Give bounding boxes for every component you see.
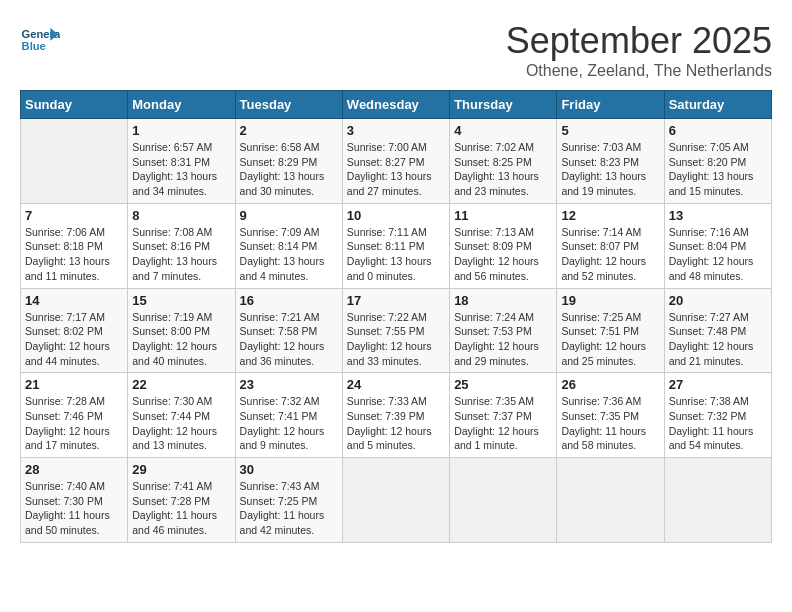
- day-number: 27: [669, 377, 767, 392]
- day-number: 24: [347, 377, 445, 392]
- calendar-cell: 7Sunrise: 7:06 AM Sunset: 8:18 PM Daylig…: [21, 203, 128, 288]
- day-number: 30: [240, 462, 338, 477]
- day-info: Sunrise: 7:27 AM Sunset: 7:48 PM Dayligh…: [669, 310, 767, 369]
- day-info: Sunrise: 7:16 AM Sunset: 8:04 PM Dayligh…: [669, 225, 767, 284]
- location-subtitle: Othene, Zeeland, The Netherlands: [506, 62, 772, 80]
- day-number: 22: [132, 377, 230, 392]
- day-number: 28: [25, 462, 123, 477]
- calendar-cell: 13Sunrise: 7:16 AM Sunset: 8:04 PM Dayli…: [664, 203, 771, 288]
- day-info: Sunrise: 7:24 AM Sunset: 7:53 PM Dayligh…: [454, 310, 552, 369]
- day-number: 13: [669, 208, 767, 223]
- day-info: Sunrise: 7:38 AM Sunset: 7:32 PM Dayligh…: [669, 394, 767, 453]
- day-info: Sunrise: 7:36 AM Sunset: 7:35 PM Dayligh…: [561, 394, 659, 453]
- day-info: Sunrise: 7:32 AM Sunset: 7:41 PM Dayligh…: [240, 394, 338, 453]
- logo-icon: General Blue: [20, 20, 60, 60]
- calendar-cell: 11Sunrise: 7:13 AM Sunset: 8:09 PM Dayli…: [450, 203, 557, 288]
- day-header-saturday: Saturday: [664, 91, 771, 119]
- day-info: Sunrise: 7:28 AM Sunset: 7:46 PM Dayligh…: [25, 394, 123, 453]
- calendar-cell: 24Sunrise: 7:33 AM Sunset: 7:39 PM Dayli…: [342, 373, 449, 458]
- calendar-cell: 5Sunrise: 7:03 AM Sunset: 8:23 PM Daylig…: [557, 119, 664, 204]
- calendar-cell: [21, 119, 128, 204]
- day-number: 3: [347, 123, 445, 138]
- day-number: 5: [561, 123, 659, 138]
- calendar-cell: 26Sunrise: 7:36 AM Sunset: 7:35 PM Dayli…: [557, 373, 664, 458]
- day-number: 4: [454, 123, 552, 138]
- page-header: General Blue September 2025 Othene, Zeel…: [20, 20, 772, 80]
- day-number: 18: [454, 293, 552, 308]
- day-header-wednesday: Wednesday: [342, 91, 449, 119]
- calendar-cell: [664, 458, 771, 543]
- day-info: Sunrise: 7:22 AM Sunset: 7:55 PM Dayligh…: [347, 310, 445, 369]
- day-info: Sunrise: 7:13 AM Sunset: 8:09 PM Dayligh…: [454, 225, 552, 284]
- day-number: 10: [347, 208, 445, 223]
- calendar-table: SundayMondayTuesdayWednesdayThursdayFrid…: [20, 90, 772, 543]
- day-number: 8: [132, 208, 230, 223]
- calendar-cell: 16Sunrise: 7:21 AM Sunset: 7:58 PM Dayli…: [235, 288, 342, 373]
- logo: General Blue: [20, 20, 64, 60]
- day-header-friday: Friday: [557, 91, 664, 119]
- day-number: 2: [240, 123, 338, 138]
- day-header-sunday: Sunday: [21, 91, 128, 119]
- calendar-cell: 18Sunrise: 7:24 AM Sunset: 7:53 PM Dayli…: [450, 288, 557, 373]
- calendar-cell: 20Sunrise: 7:27 AM Sunset: 7:48 PM Dayli…: [664, 288, 771, 373]
- day-number: 25: [454, 377, 552, 392]
- calendar-cell: 14Sunrise: 7:17 AM Sunset: 8:02 PM Dayli…: [21, 288, 128, 373]
- calendar-cell: 1Sunrise: 6:57 AM Sunset: 8:31 PM Daylig…: [128, 119, 235, 204]
- day-info: Sunrise: 7:33 AM Sunset: 7:39 PM Dayligh…: [347, 394, 445, 453]
- calendar-cell: 9Sunrise: 7:09 AM Sunset: 8:14 PM Daylig…: [235, 203, 342, 288]
- day-number: 17: [347, 293, 445, 308]
- day-number: 1: [132, 123, 230, 138]
- calendar-cell: 19Sunrise: 7:25 AM Sunset: 7:51 PM Dayli…: [557, 288, 664, 373]
- calendar-cell: 22Sunrise: 7:30 AM Sunset: 7:44 PM Dayli…: [128, 373, 235, 458]
- day-header-thursday: Thursday: [450, 91, 557, 119]
- calendar-cell: 2Sunrise: 6:58 AM Sunset: 8:29 PM Daylig…: [235, 119, 342, 204]
- calendar-cell: 15Sunrise: 7:19 AM Sunset: 8:00 PM Dayli…: [128, 288, 235, 373]
- svg-text:Blue: Blue: [22, 40, 46, 52]
- week-row-4: 21Sunrise: 7:28 AM Sunset: 7:46 PM Dayli…: [21, 373, 772, 458]
- day-info: Sunrise: 6:58 AM Sunset: 8:29 PM Dayligh…: [240, 140, 338, 199]
- day-info: Sunrise: 7:21 AM Sunset: 7:58 PM Dayligh…: [240, 310, 338, 369]
- calendar-cell: 12Sunrise: 7:14 AM Sunset: 8:07 PM Dayli…: [557, 203, 664, 288]
- day-number: 21: [25, 377, 123, 392]
- calendar-cell: 30Sunrise: 7:43 AM Sunset: 7:25 PM Dayli…: [235, 458, 342, 543]
- day-number: 7: [25, 208, 123, 223]
- calendar-cell: 29Sunrise: 7:41 AM Sunset: 7:28 PM Dayli…: [128, 458, 235, 543]
- day-info: Sunrise: 7:17 AM Sunset: 8:02 PM Dayligh…: [25, 310, 123, 369]
- day-info: Sunrise: 7:11 AM Sunset: 8:11 PM Dayligh…: [347, 225, 445, 284]
- day-info: Sunrise: 7:25 AM Sunset: 7:51 PM Dayligh…: [561, 310, 659, 369]
- day-number: 11: [454, 208, 552, 223]
- day-number: 6: [669, 123, 767, 138]
- day-info: Sunrise: 7:05 AM Sunset: 8:20 PM Dayligh…: [669, 140, 767, 199]
- calendar-cell: 10Sunrise: 7:11 AM Sunset: 8:11 PM Dayli…: [342, 203, 449, 288]
- day-number: 14: [25, 293, 123, 308]
- day-info: Sunrise: 7:30 AM Sunset: 7:44 PM Dayligh…: [132, 394, 230, 453]
- day-info: Sunrise: 7:02 AM Sunset: 8:25 PM Dayligh…: [454, 140, 552, 199]
- day-info: Sunrise: 7:41 AM Sunset: 7:28 PM Dayligh…: [132, 479, 230, 538]
- month-title: September 2025: [506, 20, 772, 62]
- week-row-2: 7Sunrise: 7:06 AM Sunset: 8:18 PM Daylig…: [21, 203, 772, 288]
- week-row-3: 14Sunrise: 7:17 AM Sunset: 8:02 PM Dayli…: [21, 288, 772, 373]
- week-row-1: 1Sunrise: 6:57 AM Sunset: 8:31 PM Daylig…: [21, 119, 772, 204]
- day-info: Sunrise: 7:03 AM Sunset: 8:23 PM Dayligh…: [561, 140, 659, 199]
- day-info: Sunrise: 7:06 AM Sunset: 8:18 PM Dayligh…: [25, 225, 123, 284]
- calendar-cell: 3Sunrise: 7:00 AM Sunset: 8:27 PM Daylig…: [342, 119, 449, 204]
- calendar-cell: [450, 458, 557, 543]
- day-info: Sunrise: 7:09 AM Sunset: 8:14 PM Dayligh…: [240, 225, 338, 284]
- calendar-cell: 17Sunrise: 7:22 AM Sunset: 7:55 PM Dayli…: [342, 288, 449, 373]
- day-number: 23: [240, 377, 338, 392]
- day-number: 16: [240, 293, 338, 308]
- day-info: Sunrise: 7:43 AM Sunset: 7:25 PM Dayligh…: [240, 479, 338, 538]
- day-number: 9: [240, 208, 338, 223]
- day-number: 26: [561, 377, 659, 392]
- calendar-cell: [342, 458, 449, 543]
- day-info: Sunrise: 7:00 AM Sunset: 8:27 PM Dayligh…: [347, 140, 445, 199]
- calendar-cell: 27Sunrise: 7:38 AM Sunset: 7:32 PM Dayli…: [664, 373, 771, 458]
- day-number: 29: [132, 462, 230, 477]
- day-info: Sunrise: 6:57 AM Sunset: 8:31 PM Dayligh…: [132, 140, 230, 199]
- day-info: Sunrise: 7:08 AM Sunset: 8:16 PM Dayligh…: [132, 225, 230, 284]
- calendar-cell: 4Sunrise: 7:02 AM Sunset: 8:25 PM Daylig…: [450, 119, 557, 204]
- calendar-cell: 23Sunrise: 7:32 AM Sunset: 7:41 PM Dayli…: [235, 373, 342, 458]
- day-number: 20: [669, 293, 767, 308]
- calendar-cell: 21Sunrise: 7:28 AM Sunset: 7:46 PM Dayli…: [21, 373, 128, 458]
- day-header-tuesday: Tuesday: [235, 91, 342, 119]
